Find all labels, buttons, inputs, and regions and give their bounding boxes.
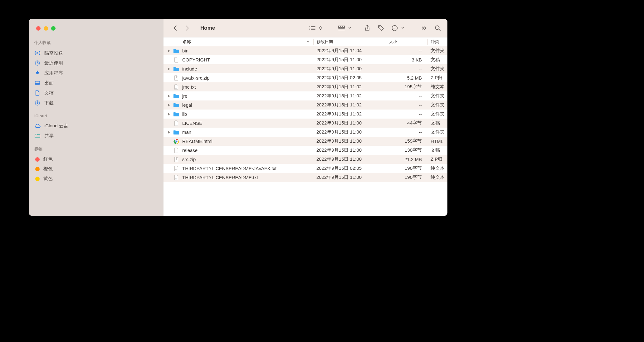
file-kind: ZIP归 — [427, 75, 447, 81]
file-name: THIRDPARTYLICENSEREADME.txt — [182, 175, 258, 180]
action-menu-button[interactable] — [389, 23, 405, 33]
file-size: 130字节 — [386, 147, 427, 153]
sidebar-item-label: 文稿 — [44, 90, 54, 96]
file-row[interactable]: bin2022年9月15日 11:04--文件夹 — [163, 46, 447, 55]
file-size: -- — [386, 93, 427, 99]
back-button[interactable] — [171, 23, 180, 33]
file-kind: ZIP归 — [427, 156, 447, 162]
file-name: COPYRIGHT — [182, 57, 210, 62]
file-row[interactable]: release2022年9月15日 11:00130字节文稿 — [163, 146, 447, 155]
file-row[interactable]: man2022年9月15日 11:00--文件夹 — [163, 128, 447, 137]
sidebar-item[interactable]: 应用程序 — [29, 68, 163, 78]
share-button[interactable] — [362, 23, 373, 33]
disclosure-triangle[interactable] — [163, 131, 170, 134]
file-list: bin2022年9月15日 11:04--文件夹COPYRIGHT2022年9月… — [163, 46, 447, 216]
file-row[interactable]: COPYRIGHT2022年9月15日 11:003 KB文稿 — [163, 55, 447, 64]
tag-color-dot — [35, 167, 40, 171]
zoom-button[interactable] — [51, 26, 56, 31]
svg-point-28 — [175, 140, 177, 142]
file-row[interactable]: jre2022年9月15日 11:02--文件夹 — [163, 91, 447, 100]
toolbar: Home — [163, 19, 447, 37]
file-size: 5.2 MB — [386, 75, 427, 81]
sidebar-item[interactable]: iCloud 云盘 — [29, 121, 163, 131]
file-size: -- — [386, 129, 427, 135]
svg-text:TXT: TXT — [175, 178, 178, 180]
file-date: 2022年9月15日 11:00 — [313, 120, 386, 126]
file-date: 2022年9月15日 11:00 — [313, 147, 386, 153]
file-name: javafx-src.zip — [182, 75, 210, 81]
file-name: bin — [182, 48, 188, 53]
file-row[interactable]: LICENSE2022年9月15日 11:0044字节文稿 — [163, 119, 447, 128]
column-name[interactable]: 名称 — [183, 39, 313, 45]
window-controls — [29, 26, 163, 31]
svg-point-16 — [379, 26, 380, 27]
column-kind[interactable]: 种类 — [427, 39, 447, 45]
file-name: LICENSE — [182, 120, 202, 126]
svg-text:TXT: TXT — [175, 88, 178, 89]
file-row[interactable]: TXTTHIRDPARTYLICENSEREADME-JAVAFX.txt202… — [163, 164, 447, 173]
sidebar-item[interactable]: 文稿 — [29, 88, 163, 98]
tag-button[interactable] — [376, 23, 386, 33]
folder-icon — [173, 66, 180, 72]
file-row[interactable]: TXTjmc.txt2022年9月15日 11:02195字节纯文本 — [163, 82, 447, 91]
file-row[interactable]: legal2022年9月15日 11:02--文件夹 — [163, 100, 447, 110]
file-size: 21.2 MB — [386, 157, 427, 162]
apps-icon — [34, 70, 41, 76]
file-kind: 文稿 — [427, 57, 447, 63]
file-date: 2022年9月15日 11:00 — [313, 138, 386, 144]
file-name: jre — [182, 93, 188, 99]
sidebar-item[interactable]: 共享 — [29, 131, 163, 141]
tag-color-dot — [35, 157, 40, 162]
view-mode-selector[interactable] — [307, 23, 323, 33]
txt-icon: TXT — [173, 174, 180, 181]
folder-icon — [173, 47, 180, 54]
desktop-icon — [34, 80, 41, 86]
sidebar-section-title: iCloud — [29, 114, 163, 121]
file-name: README.html — [182, 139, 212, 144]
folder-icon — [173, 129, 180, 136]
svg-point-5 — [310, 26, 310, 27]
sidebar-item-label: 应用程序 — [44, 70, 63, 76]
sidebar-item[interactable]: 隔空投送 — [29, 48, 163, 58]
column-size[interactable]: 大小 — [386, 39, 427, 45]
disclosure-triangle[interactable] — [163, 67, 170, 71]
file-date: 2022年9月15日 11:02 — [313, 93, 386, 99]
group-by-button[interactable] — [336, 23, 352, 33]
file-kind: 文稿 — [427, 147, 447, 153]
close-button[interactable] — [36, 26, 41, 31]
tag-color-dot — [35, 177, 40, 181]
folder-icon — [173, 93, 180, 100]
sidebar-item[interactable]: 最近使用 — [29, 58, 163, 68]
file-size: -- — [386, 111, 427, 117]
search-button[interactable] — [432, 23, 443, 33]
sidebar-item[interactable]: 红色 — [29, 154, 163, 164]
sidebar-item[interactable]: 橙色 — [29, 164, 163, 174]
sidebar-item-label: 红色 — [43, 156, 53, 162]
file-kind: 纯文本 — [427, 84, 447, 90]
disclosure-triangle[interactable] — [163, 104, 170, 107]
file-row[interactable]: include2022年9月15日 11:00--文件夹 — [163, 64, 447, 73]
file-row[interactable]: javafx-src.zip2022年9月15日 02:055.2 MBZIP归 — [163, 73, 447, 82]
zip-icon — [173, 75, 180, 81]
txt-icon: TXT — [173, 84, 180, 90]
file-date: 2022年9月15日 11:02 — [313, 102, 386, 108]
sort-caret-icon — [306, 41, 310, 43]
column-header: 名称 修改日期 大小 种类 — [163, 37, 447, 46]
column-date[interactable]: 修改日期 — [313, 39, 386, 45]
sidebar-item[interactable]: 黄色 — [29, 174, 163, 183]
file-date: 2022年9月15日 11:02 — [313, 111, 386, 117]
disclosure-triangle[interactable] — [163, 113, 170, 116]
minimize-button[interactable] — [44, 26, 48, 31]
file-row[interactable]: lib2022年9月15日 11:02--文件夹 — [163, 110, 447, 119]
disclosure-triangle[interactable] — [163, 95, 170, 98]
overflow-button[interactable] — [419, 23, 429, 33]
forward-button[interactable] — [183, 23, 192, 33]
file-row[interactable]: TXTTHIRDPARTYLICENSEREADME.txt2022年9月15日… — [163, 173, 447, 182]
disclosure-triangle[interactable] — [163, 49, 170, 52]
folder-icon — [173, 111, 180, 118]
file-row[interactable]: README.html2022年9月15日 11:00159字节HTML — [163, 137, 447, 146]
sidebar-item-label: 黄色 — [43, 176, 53, 182]
file-row[interactable]: src.zip2022年9月15日 11:0021.2 MBZIP归 — [163, 155, 447, 164]
sidebar-item[interactable]: 下载 — [29, 98, 163, 108]
sidebar-item[interactable]: 桌面 — [29, 78, 163, 88]
